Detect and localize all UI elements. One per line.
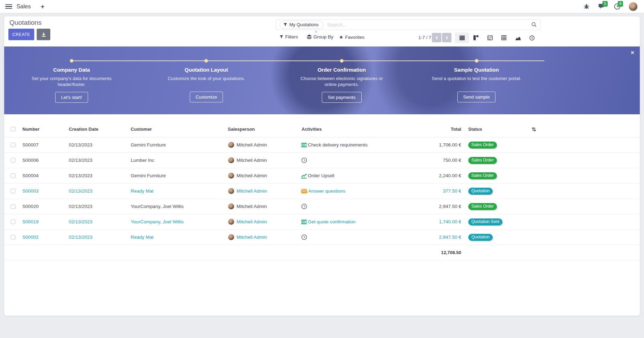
facet-label: My Quotations [289, 22, 319, 27]
header-salesperson[interactable]: Salesperson [227, 127, 301, 132]
cell-total: 2,240.00 € [409, 173, 465, 178]
activity-list-icon[interactable] [301, 142, 307, 148]
pivot-view-icon [501, 35, 506, 40]
view-switch-pivot[interactable] [497, 33, 511, 43]
group-by-label: Group By [313, 34, 333, 39]
debug-bug-icon[interactable] [583, 3, 590, 10]
messages-icon[interactable]: 5 [598, 3, 606, 10]
filter-funnel-icon [283, 23, 287, 27]
cell-total: 1,706.00 € [409, 142, 465, 148]
onboarding-step-order-confirmation: Order Confirmation Choose between electr… [296, 67, 388, 103]
step-dot [204, 59, 208, 63]
cell-total: 2,947.50 € [409, 204, 465, 209]
activities-count-badge: 6 [618, 1, 623, 7]
onboarding-banner: Company Data Set your company's data for… [4, 46, 640, 114]
onboarding-step-sample-quotation: Sample Quotation Send a quotation to tes… [431, 67, 522, 102]
header-customer[interactable]: Customer [130, 127, 227, 132]
activity-clock-icon[interactable] [301, 203, 307, 209]
row-checkbox[interactable] [11, 235, 15, 239]
row-checkbox[interactable] [11, 173, 15, 178]
search-icon[interactable] [531, 22, 537, 27]
cell-salesperson: Mitchell Admin [237, 204, 267, 209]
search-bar[interactable]: My Quotations × Search... [276, 19, 541, 30]
filters-menu[interactable]: Filters [280, 34, 298, 39]
chevron-left-icon [435, 36, 439, 40]
cell-customer: Gemini Furniture [130, 142, 227, 148]
row-checkbox[interactable] [11, 143, 15, 147]
row-checkbox[interactable] [11, 158, 15, 163]
send-sample-button[interactable]: Send sample [457, 92, 496, 102]
table-footer-row: 12,708.50 [4, 245, 640, 260]
activity-clock-icon[interactable] [301, 157, 307, 163]
view-switch-calendar[interactable] [483, 33, 497, 43]
set-payments-button[interactable]: Set payments [322, 92, 362, 103]
header-activities[interactable]: Activities [301, 127, 409, 132]
salesperson-avatar [228, 173, 234, 179]
step-title: Quotation Layout [160, 67, 252, 73]
filters-label: Filters [285, 34, 298, 39]
activity-list-icon[interactable] [301, 219, 307, 225]
status-badge: Quotation [468, 188, 493, 195]
activity-label[interactable]: Answer questions [308, 188, 346, 194]
activity-label[interactable]: Check delivery requirements [308, 142, 368, 148]
table-row[interactable]: S00019 02/13/2023 YourCompany, Joel Will… [4, 214, 640, 230]
favorites-menu[interactable]: ★ Favorites [339, 34, 364, 40]
table-row[interactable]: S00003 02/13/2023 Ready Mat Mitchell Adm… [4, 184, 640, 199]
select-all-checkbox[interactable] [11, 127, 15, 131]
step-title: Company Data [26, 67, 117, 73]
lets-start-button[interactable]: Let's start! [55, 92, 88, 103]
header-number[interactable]: Number [22, 127, 68, 132]
view-switch-kanban[interactable] [469, 33, 483, 43]
table-row[interactable]: S00007 02/13/2023 Gemini Furniture Mitch… [4, 137, 640, 153]
header-status[interactable]: Status [465, 127, 526, 132]
table-row[interactable]: S00006 02/13/2023 Lumber Inc Mitchell Ad… [4, 153, 640, 168]
activity-clock-icon[interactable] [301, 234, 307, 240]
onboarding-step-quotation-layout: Quotation Layout Customize the look of y… [160, 67, 252, 102]
table-header-row: Number Creation Date Customer Salesperso… [4, 121, 640, 137]
status-badge: Sales Order [468, 157, 497, 164]
optional-columns-icon[interactable] [526, 127, 542, 132]
salesperson-avatar [228, 203, 234, 209]
top-navbar: Sales + 5 6 [0, 0, 644, 13]
cell-number: S00020 [22, 204, 68, 209]
row-checkbox[interactable] [11, 189, 15, 193]
customize-button[interactable]: Customize [190, 92, 223, 102]
activity-label[interactable]: Get quote confirmation [308, 219, 356, 224]
search-input[interactable]: Search... [327, 22, 531, 28]
header-creation-date[interactable]: Creation Date [68, 127, 130, 132]
view-switch-list[interactable] [455, 33, 469, 43]
activity-envelope-icon[interactable] [301, 189, 307, 194]
step-dot [340, 59, 343, 63]
cell-customer: YourCompany, Joel Willis [130, 204, 227, 209]
table-row[interactable]: S00020 02/13/2023 YourCompany, Joel Will… [4, 199, 640, 214]
view-switch-graph[interactable] [511, 33, 525, 43]
pager-previous-button[interactable] [432, 33, 441, 42]
row-checkbox[interactable] [11, 204, 15, 209]
chevron-right-icon [445, 36, 449, 40]
table-row[interactable]: S00004 02/13/2023 Gemini Furniture Mitch… [4, 168, 640, 184]
apps-menu-icon[interactable] [5, 3, 12, 10]
user-avatar[interactable] [629, 2, 638, 11]
cell-customer: Lumber Inc [130, 158, 227, 163]
cell-total: 1,740.00 € [409, 219, 465, 224]
view-switch-activity[interactable] [525, 33, 539, 43]
onboarding-progress-line [72, 60, 544, 61]
add-tab-button[interactable]: + [41, 3, 44, 10]
pager-next-button[interactable] [442, 33, 451, 42]
salesperson-avatar [228, 142, 234, 148]
cell-creation-date: 02/13/2023 [68, 142, 130, 148]
activity-chart-icon[interactable] [301, 173, 307, 179]
cell-customer: Ready Mat [130, 188, 227, 194]
row-checkbox[interactable] [11, 220, 15, 224]
activity-label[interactable]: Order Upsell [308, 173, 334, 178]
app-name[interactable]: Sales [16, 3, 31, 10]
banner-close-icon[interactable]: × [631, 49, 634, 56]
header-total[interactable]: Total [409, 127, 465, 132]
filter-facet-my-quotations[interactable]: My Quotations [280, 21, 324, 29]
table-row[interactable]: S00002 02/13/2023 Ready Mat Mitchell Adm… [4, 230, 640, 245]
cell-number: S00003 [22, 188, 68, 194]
activities-clock-icon[interactable]: 6 [613, 3, 621, 10]
cell-salesperson: Mitchell Admin [237, 142, 267, 148]
cell-total: 377.50 € [409, 188, 465, 194]
group-by-menu[interactable]: Group By [307, 34, 333, 39]
